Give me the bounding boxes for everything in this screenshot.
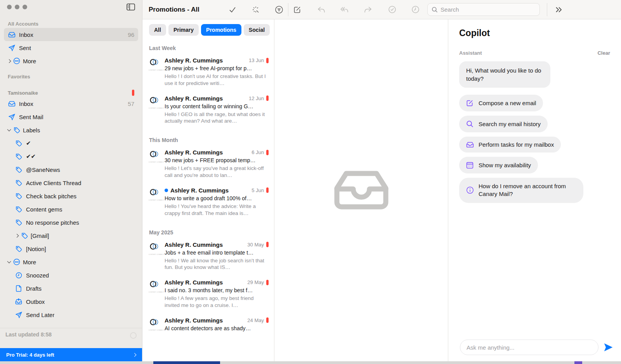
avatar: CONTENT CONNECT <box>148 317 161 331</box>
email-preview: Hello ! You've heard the advice: Write a… <box>165 203 269 217</box>
collapse-panel-icon[interactable] <box>554 5 563 14</box>
list-item[interactable]: CONTENT CONNECT Ashley R. Cummings 29 Ma… <box>142 276 274 314</box>
traffic-lights <box>7 5 27 9</box>
background-window-edge <box>0 361 621 364</box>
section-header: This Month <box>142 129 274 146</box>
close-window-button[interactable] <box>7 5 12 9</box>
last-updated-bar: Last updated 8:58 <box>0 328 142 348</box>
email-date: 29 May <box>247 279 264 285</box>
list-item[interactable]: CONTENT CONNECT Ashley R. Cummings 6 Jun… <box>142 146 274 184</box>
email-date: 13 Jun <box>249 57 264 63</box>
sidebar-label-active-clients[interactable]: Active Clients Thread <box>4 176 138 189</box>
sidebar-item-label: Snoozed <box>26 272 49 279</box>
avatar-caption: CONTENT CONNECT <box>149 107 161 109</box>
email-sender: Ashley R. Cummings <box>165 95 246 102</box>
sidebar-label-check-back[interactable]: Check back pitches <box>4 189 138 203</box>
minimize-window-button[interactable] <box>15 5 19 9</box>
list-item[interactable]: CONTENT CONNECT Ashley R. Cummings 12 Ju… <box>142 92 274 130</box>
email-sender: Ashley R. Cummings <box>165 241 245 248</box>
tag-icon <box>21 232 28 239</box>
suggestion-availability[interactable]: Show my availability <box>459 157 538 173</box>
suggestion-remove-account[interactable]: How do I remove an account from Canary M… <box>459 178 583 203</box>
search-input[interactable] <box>441 6 536 13</box>
avatar: CONTENT CONNECT <box>148 279 161 309</box>
sidebar-item-snoozed[interactable]: Snoozed <box>4 269 138 282</box>
tab-all[interactable]: All <box>149 24 166 36</box>
sidebar-item-drafts[interactable]: Drafts <box>4 282 138 295</box>
mark-done-button[interactable] <box>228 5 237 14</box>
list-item[interactable]: CONTENT CONNECT Ashley R. Cummings 13 Ju… <box>142 54 274 92</box>
tag-icon <box>15 140 23 147</box>
account-unread-indicator <box>132 90 134 96</box>
sidebar-item-label: [Notion] <box>26 246 46 252</box>
tab-primary[interactable]: Primary <box>168 24 199 36</box>
email-subject: How to write a good draft 100% of… <box>165 195 269 201</box>
sidebar-scroll-area[interactable]: All Accounts Inbox 96 Sent <box>0 14 142 328</box>
background-window-edge-segment <box>574 361 582 364</box>
zoom-window-button[interactable] <box>23 5 27 9</box>
clear-button[interactable]: Clear <box>597 50 610 56</box>
sidebar-item-send-later[interactable]: Send Later <box>4 308 138 321</box>
sidebar-item-inbox-account[interactable]: Inbox 57 <box>4 97 138 110</box>
ai-cleanup-button[interactable] <box>252 5 260 14</box>
sidebar-item-more-all[interactable]: More <box>4 54 138 68</box>
sidebar-item-more-account[interactable]: More <box>4 255 138 269</box>
email-list[interactable]: All Primary Promotions Social Last Week … <box>142 19 274 361</box>
empty-inbox-icon <box>333 170 390 211</box>
search-icon <box>466 120 474 128</box>
tab-social[interactable]: Social <box>244 24 270 36</box>
suggestion-search[interactable]: Search my email history <box>459 116 548 132</box>
sidebar-item-labels[interactable]: Labels <box>4 123 138 137</box>
sidebar-label-content-gems[interactable]: Content gems <box>4 203 138 216</box>
more-circle-icon <box>13 258 21 265</box>
reply-button[interactable] <box>317 5 326 14</box>
avatar-caption: CONTENT CONNECT <box>149 199 161 201</box>
sidebar-label-no-response[interactable]: No response pitches <box>4 216 138 229</box>
list-item[interactable]: CONTENT CONNECT Ashley R. Cummings 5 Jun… <box>142 184 274 222</box>
avatar-caption: CONTENT CONNECT <box>149 69 161 71</box>
view-title: Promotions - All <box>149 6 228 14</box>
email-preview: Hello ! We all know the job search isn't… <box>165 257 269 271</box>
email-subject: AI content detectors are as shady… <box>165 325 269 331</box>
sidebar-label-gmail[interactable]: [Gmail] <box>4 229 138 242</box>
refresh-icon[interactable] <box>130 332 137 339</box>
sidebar-item-label: Outbox <box>26 298 45 305</box>
copilot-panel: Copilot Assistant Clear Hi, What would y… <box>448 19 621 361</box>
forward-button[interactable] <box>364 5 372 14</box>
send-button[interactable] <box>603 342 613 352</box>
sidebar-item-sent-all[interactable]: Sent <box>4 41 138 54</box>
sidebar-item-label: Sent <box>19 45 31 51</box>
reply-all-button[interactable] <box>340 5 349 14</box>
sidebar-item-sent-mail[interactable]: Sent Mail <box>4 110 138 123</box>
sidebar-label-double-check[interactable]: ✔✔ <box>4 150 138 163</box>
email-subject: 30 new jobs + FREE proposal temp… <box>165 157 269 163</box>
mark-read-button[interactable] <box>388 5 396 14</box>
sidebar-item-inbox-all[interactable]: Inbox 96 <box>4 28 138 41</box>
pro-trial-banner[interactable]: Pro Trial: 4 days left <box>0 348 142 361</box>
sidebar-item-label: More <box>23 259 36 265</box>
list-item[interactable]: CONTENT CONNECT Ashley R. Cummings 30 Ma… <box>142 238 274 276</box>
inbox-icon <box>8 32 16 38</box>
tab-promotions[interactable]: Promotions <box>201 24 241 36</box>
sidebar-toggle-icon[interactable] <box>127 3 135 10</box>
tag-icon <box>13 127 21 133</box>
search-field[interactable] <box>427 3 540 16</box>
suggestion-tasks[interactable]: Perform tasks for my mailbox <box>459 137 561 153</box>
compose-button[interactable] <box>293 5 302 14</box>
account-name: Tamisonaike <box>8 90 38 96</box>
sidebar-item-outbox[interactable]: Outbox <box>4 295 138 308</box>
email-preview: Hello ! GEO is all the rage, but what do… <box>165 111 269 125</box>
filter-button[interactable] <box>275 5 283 14</box>
window-titlebar <box>0 0 142 14</box>
list-item[interactable]: CONTENT CONNECT Ashley R. Cummings 24 Ma… <box>142 314 274 336</box>
sidebar-label-notion[interactable]: [Notion] <box>4 242 138 255</box>
sidebar-label-sanenews[interactable]: @SaneNews <box>4 163 138 176</box>
suggestion-compose[interactable]: Compose a new email <box>459 95 543 111</box>
sidebar: All Accounts Inbox 96 Sent <box>0 0 142 361</box>
copilot-input[interactable] <box>460 340 598 355</box>
sidebar-label-check[interactable]: ✔ <box>4 137 138 150</box>
snooze-button[interactable] <box>411 5 420 14</box>
copilot-input-row <box>448 340 621 355</box>
avatar-caption: CONTENT CONNECT <box>149 253 161 255</box>
email-date: 24 May <box>247 317 264 323</box>
